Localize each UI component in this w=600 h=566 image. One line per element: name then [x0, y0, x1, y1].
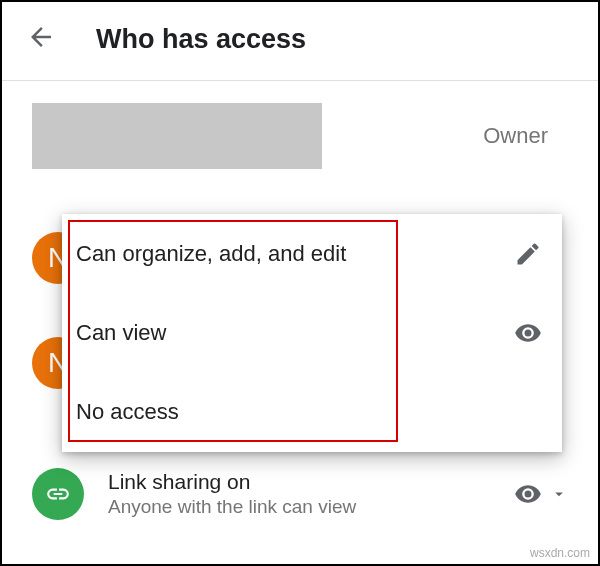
link-sharing-subtitle: Anyone with the link can view	[108, 496, 514, 518]
permission-option-label: Can organize, add, and edit	[76, 241, 514, 267]
pencil-icon	[514, 240, 542, 268]
link-sharing-title: Link sharing on	[108, 470, 514, 494]
permission-option-label: Can view	[76, 320, 514, 346]
eye-icon	[514, 319, 542, 347]
permission-popup: Can organize, add, and edit Can view No …	[62, 214, 562, 452]
link-sharing-text: Link sharing on Anyone with the link can…	[108, 470, 514, 518]
watermark: wsxdn.com	[530, 546, 590, 560]
eye-icon	[514, 480, 542, 508]
owner-role-label: Owner	[483, 123, 568, 149]
permission-option-view[interactable]: Can view	[62, 293, 562, 372]
page-title: Who has access	[96, 24, 306, 55]
permission-option-edit[interactable]: Can organize, add, and edit	[62, 214, 562, 293]
permission-option-none[interactable]: No access	[62, 373, 562, 452]
owner-redacted-block	[32, 103, 322, 169]
dropdown-caret-icon	[550, 485, 568, 503]
link-sharing-permission-dropdown[interactable]	[514, 480, 568, 508]
header: Who has access	[2, 2, 598, 81]
owner-row: Owner	[2, 81, 598, 191]
link-icon	[32, 468, 84, 520]
link-sharing-row[interactable]: Link sharing on Anyone with the link can…	[32, 468, 568, 520]
permission-option-label: No access	[76, 399, 514, 425]
back-arrow-icon[interactable]	[26, 22, 56, 56]
